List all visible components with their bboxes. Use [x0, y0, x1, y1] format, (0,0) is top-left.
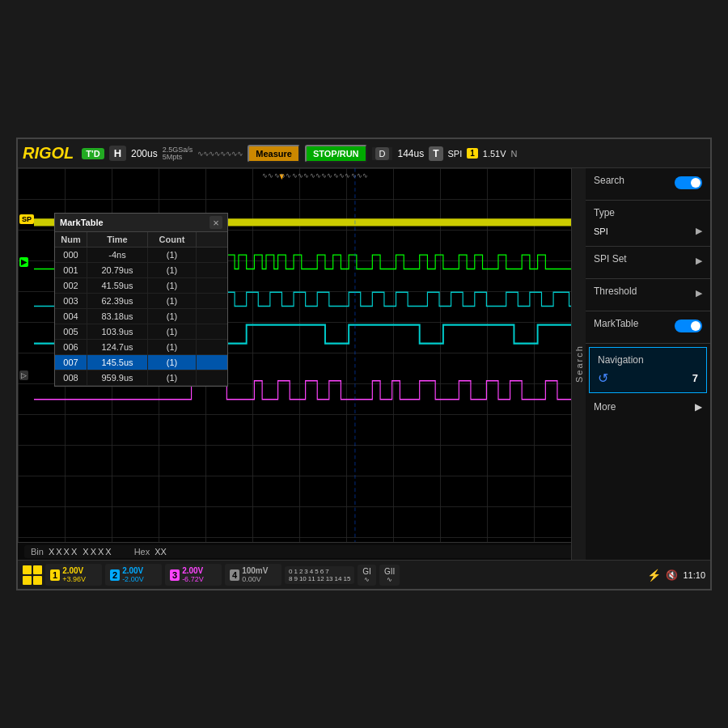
oscilloscope-screen: RIGOL T'D H 200us 2.5GSa/s 5Mpts ∿∿∿∿∿∿∿…: [16, 138, 712, 590]
gi-indicator[interactable]: GI ∿: [358, 565, 376, 586]
mark-table-close-button[interactable]: ×: [210, 216, 222, 229]
mark-cell-count: (1): [148, 370, 197, 385]
ch1-voltage: 2.00V: [62, 566, 86, 575]
mark-cell-count: (1): [148, 340, 197, 354]
marktable-label: MarkTable: [594, 318, 638, 329]
ch1-indicator[interactable]: 1 2.00V +3.96V: [45, 564, 102, 586]
threshold-label: Threshold: [594, 286, 637, 297]
marktable-toggle[interactable]: [675, 320, 702, 332]
grid-cell-4: [33, 576, 42, 585]
mark-table-body: 000 -4ns (1) 001 20.79us (1) 002 41.59us…: [55, 248, 227, 386]
mark-table-row[interactable]: 004 83.18us (1): [55, 309, 227, 324]
hex-label: Hex: [134, 547, 150, 557]
mark-cell-num: 004: [55, 309, 87, 324]
ch4-indicator[interactable]: 4 100mV 0.00V: [225, 564, 281, 586]
h-label: H: [109, 146, 126, 161]
navigation-section: Navigation ↺ 7: [589, 347, 707, 393]
trigger-type: SPI: [448, 149, 463, 159]
search-row: Search: [594, 175, 702, 190]
brand-logo: RIGOL: [23, 144, 74, 163]
mark-cell-num: 003: [55, 294, 87, 308]
mark-cell-time: 103.9us: [87, 324, 148, 339]
ch2-details: 2.00V -2.00V: [122, 566, 144, 583]
main-area: SP ▶ ▷ ▷ ▼ ∿∿∿∿∿∿∿∿∿∿∿∿∿∿∿∿∿∿: [18, 168, 710, 560]
waveform-area: SP ▶ ▷ ▷ ▼ ∿∿∿∿∿∿∿∿∿∿∿∿∿∿∿∿∿∿: [18, 168, 585, 560]
usb-icon: ⚡: [647, 569, 661, 582]
mark-cell-time: 20.79us: [87, 263, 148, 277]
spi-set-row: SPI Set ▶: [594, 253, 702, 269]
search-section: Search: [586, 168, 710, 201]
ch4-offset: 0.00V: [242, 575, 268, 583]
trigger-label: T: [429, 146, 442, 161]
time-display: 11:10: [683, 570, 705, 580]
ch1-details: 2.00V +3.96V: [62, 566, 86, 583]
mark-cell-time: 41.59us: [87, 278, 148, 293]
bin-label: Bin: [31, 547, 44, 557]
grid-cell-3: [23, 576, 32, 585]
l-channel-indicator[interactable]: 01 23 45 67 89 1011 1213 1415: [285, 566, 354, 584]
svg-text:∿∿∿∿∿∿∿∿∿∿∿∿∿∿∿∿∿∿: ∿∿∿∿∿∿∿∿∿∿∿∿∿∿∿∿∿∿: [262, 171, 368, 180]
more-button[interactable]: More ▶: [586, 396, 710, 417]
mark-table-row[interactable]: 001 20.79us (1): [55, 263, 227, 278]
side-panel-search-label: Search: [571, 168, 586, 560]
spi-set-section[interactable]: SPI Set ▶: [586, 247, 710, 279]
navigation-number: 7: [692, 372, 698, 384]
n-label: N: [511, 149, 518, 159]
mark-cell-num: 007: [55, 355, 87, 370]
grid-menu-icon[interactable]: [23, 565, 42, 585]
mark-cell-count: (1): [148, 324, 197, 339]
trigger-voltage: 1.51V: [483, 149, 506, 159]
top-bar: RIGOL T'D H 200us 2.5GSa/s 5Mpts ∿∿∿∿∿∿∿…: [18, 139, 710, 168]
mark-cell-time: 124.7us: [87, 340, 148, 354]
bin-value: XXXX XXXX: [49, 547, 113, 557]
more-arrow: ▶: [695, 401, 702, 413]
mark-cell-count: (1): [148, 355, 197, 370]
type-value-row[interactable]: SPI ▶: [594, 226, 702, 236]
mark-cell-time: 62.39us: [87, 294, 148, 308]
mark-table-row[interactable]: 005 103.9us (1): [55, 324, 227, 340]
threshold-arrow: ▶: [696, 288, 702, 298]
measure-button[interactable]: Measure: [248, 145, 300, 163]
mark-table-row[interactable]: 007 145.5us (1): [55, 355, 227, 370]
l-top-row: 01 23 45 67: [289, 568, 350, 575]
search-toggle[interactable]: [675, 176, 702, 189]
threshold-row: Threshold ▶: [594, 286, 702, 301]
type-section: Type SPI ▶: [586, 201, 710, 247]
navigation-icon[interactable]: ↺: [598, 370, 608, 386]
gii-indicator[interactable]: GII ∿: [379, 565, 400, 586]
marktable-section: MarkTable: [586, 311, 710, 344]
col-num: Num: [55, 232, 87, 247]
ch2-indicator[interactable]: 2 2.00V -2.00V: [105, 564, 162, 586]
mark-cell-num: 002: [55, 278, 87, 293]
navigation-label: Navigation: [598, 354, 698, 366]
ch3-voltage: 2.00V: [182, 566, 204, 575]
ch2-number: 2: [110, 569, 120, 581]
search-label: Search: [594, 175, 624, 186]
mark-table-row[interactable]: 002 41.59us (1): [55, 278, 227, 294]
mark-cell-num: 001: [55, 263, 87, 277]
ch3-indicator[interactable]: 3 2.00V -6.72V: [165, 564, 222, 586]
stop-run-button[interactable]: STOP/RUN: [305, 145, 367, 163]
marktable-row: MarkTable: [594, 318, 702, 333]
mark-cell-count: (1): [148, 309, 197, 324]
mark-table-row[interactable]: 008 959.9us (1): [55, 370, 227, 386]
ch1-offset: +3.96V: [62, 575, 86, 583]
mark-cell-time: 959.9us: [87, 370, 148, 385]
type-value: SPI: [594, 226, 608, 236]
mark-table-row[interactable]: 003 62.39us (1): [55, 294, 227, 309]
ch2-indicator-left: ▶: [19, 253, 28, 268]
spi-set-arrow: ▶: [696, 256, 702, 266]
footer: 1 2.00V +3.96V 2 2.00V -2.00V 3 2.00V -6…: [18, 560, 710, 589]
mark-cell-time: 145.5us: [87, 355, 148, 370]
sound-icon: 🔇: [666, 569, 678, 581]
col-count: Count: [148, 232, 197, 247]
threshold-section[interactable]: Threshold ▶: [586, 279, 710, 311]
mark-table-header: MarkTable ×: [55, 214, 227, 232]
grid-cell-2: [33, 565, 42, 574]
type-label: Type: [594, 207, 615, 218]
mark-table-row[interactable]: 006 124.7us (1): [55, 340, 227, 355]
ch2-voltage: 2.00V: [122, 566, 144, 575]
voltage-badge: 1: [467, 148, 478, 159]
mark-cell-count: (1): [148, 294, 197, 308]
mark-table-row[interactable]: 000 -4ns (1): [55, 248, 227, 263]
